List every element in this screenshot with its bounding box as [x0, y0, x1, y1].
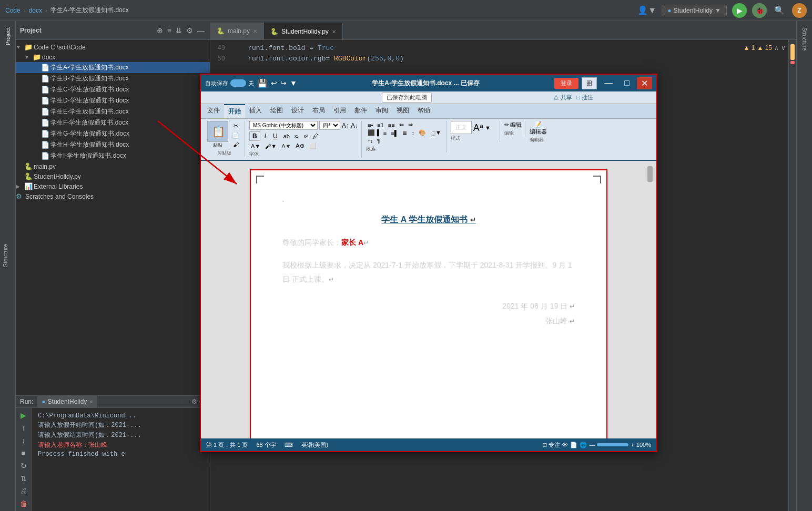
strikethrough-btn[interactable]: ab — [282, 132, 291, 140]
tab-mail[interactable]: 邮件 — [350, 104, 371, 118]
run-config[interactable]: ● StudentHolidy ▼ — [662, 5, 727, 16]
tree-item-mainpy[interactable]: 🐍 main.py — [16, 161, 210, 171]
word-close-btn[interactable]: ✕ — [637, 77, 652, 89]
tree-item-studentD[interactable]: 📄 学生D-学生放假通知书.docx — [16, 95, 210, 106]
new-dir-icon[interactable]: ≡ — [166, 25, 172, 36]
tree-item-studentA[interactable]: 📄 学生A-学生放假通知书.docx — [16, 62, 210, 73]
tree-root[interactable]: ▼ 📁 Code C:\soft\Code — [16, 42, 210, 52]
style-normal-btn[interactable]: 正文 — [451, 121, 472, 134]
tab-studentholidy[interactable]: 🐍 StudentHolidy.py ✕ — [264, 23, 343, 39]
font-shrink-btn[interactable]: A↓ — [351, 122, 358, 129]
highlight-btn[interactable]: 🖊 — [311, 132, 320, 140]
run-play-btn[interactable]: ▶ — [19, 410, 27, 421]
tab-design[interactable]: 设计 — [287, 104, 308, 118]
bold-btn[interactable]: B — [249, 131, 260, 141]
texteffect-btn[interactable]: A⊕ — [294, 142, 306, 150]
avatar[interactable]: Z — [792, 3, 807, 18]
align-left-btn[interactable]: ⬛▐ — [366, 129, 381, 137]
run-settings-icon[interactable]: ⚙ — [191, 398, 197, 405]
zoom-plus[interactable]: + — [631, 442, 634, 448]
run-tab-studentholidy[interactable]: ● StudentHolidy ✕ — [37, 396, 97, 407]
styles-expand-btn[interactable]: ▼ — [485, 125, 491, 131]
print-icon[interactable]: 📄 — [570, 442, 577, 448]
word-share-btn[interactable]: △ 共享 — [553, 94, 572, 101]
indent-decrease-btn[interactable]: ⇐ — [398, 121, 405, 129]
fontcolor-btn[interactable]: A▼ — [249, 142, 262, 150]
word-login-btn[interactable]: 登录 — [554, 78, 578, 89]
tab-insert[interactable]: 插入 — [245, 104, 266, 118]
run-trash-btn[interactable]: 🗑 — [19, 498, 28, 509]
linespace-btn[interactable]: ↕ — [410, 129, 416, 137]
user-icon[interactable]: 👤▼ — [637, 5, 656, 15]
run-stop-btn[interactable]: ■ — [20, 448, 26, 458]
multilevel-btn[interactable]: ≡≡ — [387, 121, 397, 129]
autosave-toggle[interactable] — [230, 79, 246, 87]
subscript-btn[interactable]: x₂ — [293, 133, 301, 139]
new-file-icon[interactable]: ⊕ — [156, 25, 164, 36]
numlist-btn[interactable]: ≡1 — [375, 121, 385, 129]
tab-mainpy-close[interactable]: ✕ — [253, 28, 257, 34]
run-down-btn[interactable]: ↓ — [21, 435, 26, 446]
tab-studentholidy-close[interactable]: ✕ — [332, 29, 336, 35]
font-grow-btn[interactable]: A↑ — [342, 122, 349, 129]
collapse-icon[interactable]: ⇊ — [175, 25, 183, 36]
underline-btn[interactable]: U — [270, 132, 280, 140]
tab-review[interactable]: 审阅 — [371, 104, 392, 118]
word-undo-icon[interactable]: ↩ — [271, 79, 277, 87]
list-btn[interactable]: ≡• — [366, 121, 374, 129]
style-apply-btn[interactable]: Aᵃ — [473, 122, 483, 134]
border-btn[interactable]: ⬚▼ — [429, 129, 443, 137]
tab-file[interactable]: 文件 — [203, 104, 224, 118]
run-rerun-btn[interactable]: ↻ — [19, 461, 28, 471]
font-size-select[interactable]: 四号 — [319, 121, 340, 130]
run-button[interactable]: ▶ — [732, 3, 747, 18]
copy-btn[interactable]: 📄 — [230, 131, 241, 139]
tree-item-scratches[interactable]: ⚙ Scratches and Consoles — [16, 191, 210, 201]
indent-increase-btn[interactable]: ⇒ — [407, 121, 414, 129]
editor-btn[interactable]: 📝 编辑器 — [530, 121, 547, 136]
fonthighlight-btn[interactable]: 🖌▼ — [263, 142, 278, 150]
pilcrow-btn[interactable]: ¶ — [375, 138, 381, 145]
tab-ref[interactable]: 引用 — [329, 104, 350, 118]
settings-icon[interactable]: ⚙ — [185, 25, 194, 36]
word-grid-btn[interactable]: 囲 — [582, 77, 597, 89]
tree-item-studentH[interactable]: 📄 学生H-学生放假通知书.docx — [16, 139, 210, 150]
right-tab-structure[interactable]: Structure — [799, 23, 810, 55]
word-comment-btn[interactable]: □ 批注 — [576, 94, 593, 101]
word-more-icon[interactable]: ▼ — [290, 79, 297, 87]
run-sort-btn[interactable]: ⇅ — [19, 473, 28, 484]
tab-home[interactable]: 开始 — [224, 104, 245, 118]
paste-btn[interactable]: 📋 — [207, 121, 228, 142]
cut-btn[interactable]: ✂ — [230, 122, 241, 130]
fontcolor2-btn[interactable]: A▼ — [280, 142, 292, 150]
tree-item-studentC[interactable]: 📄 学生C-学生放假通知书.docx — [16, 84, 210, 95]
char-shading-btn[interactable]: ⬜ — [308, 142, 318, 150]
editor-scrollbar[interactable] — [788, 40, 796, 511]
align-center-btn[interactable]: ≡ — [382, 129, 388, 137]
tab-view[interactable]: 视图 — [392, 104, 413, 118]
tab-help[interactable]: 帮助 — [413, 104, 434, 118]
font-name-select[interactable]: MS Gothic (中文标题) — [249, 121, 318, 130]
tree-item-studentI[interactable]: 📄 学生I-学生放假通知书.docx — [16, 150, 210, 161]
word-scrollbar[interactable] — [647, 161, 653, 438]
tree-item-studentF[interactable]: 📄 学生F-学生放假通知书.docx — [16, 117, 210, 128]
sidebar-tab-project[interactable]: Project — [3, 23, 13, 49]
tree-item-studentholidy[interactable]: 🐍 StudentHolidy.py — [16, 171, 210, 181]
word-doc-area[interactable]: • 学生 A 学生放假通知书 ↵ 尊敬的同学家长：家长 A↵ 我校根据上级要求，… — [201, 161, 656, 438]
tree-item-extlibs[interactable]: ▶ 📊 External Libraries — [16, 181, 210, 191]
word-page[interactable]: • 学生 A 学生放假通知书 ↵ 尊敬的同学家长：家长 A↵ 我校根据上级要求，… — [250, 169, 607, 438]
superscript-btn[interactable]: x² — [302, 133, 309, 139]
run-print-btn[interactable]: 🖨 — [19, 486, 28, 496]
nav-up-icon[interactable]: ∧ — [774, 44, 779, 52]
word-restore-btn[interactable]: □ — [620, 77, 634, 89]
tree-item-studentG[interactable]: 📄 学生G-学生放假通知书.docx — [16, 128, 210, 139]
edit-btn[interactable]: ✏ 编辑 — [504, 121, 522, 129]
sort-btn[interactable]: ↑↓ — [366, 138, 374, 145]
breadcrumb-code[interactable]: Code — [5, 7, 21, 14]
hide-icon[interactable]: — — [196, 25, 206, 36]
run-up-btn[interactable]: ↑ — [21, 423, 26, 433]
word-minimize-btn[interactable]: — — [600, 77, 617, 89]
web-icon[interactable]: 🌐 — [580, 442, 587, 448]
word-redo-icon[interactable]: ↪ — [280, 79, 287, 87]
run-tab-close[interactable]: ✕ — [89, 399, 93, 405]
